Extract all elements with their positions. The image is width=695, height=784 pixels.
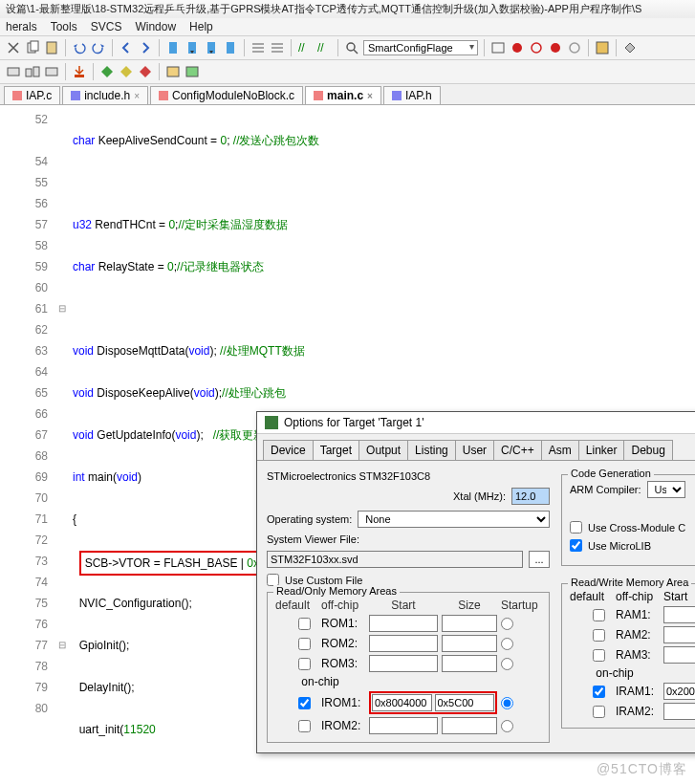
tab-include-h[interactable]: include.h× — [62, 86, 148, 104]
breakpoint-icon[interactable] — [510, 40, 525, 55]
rom1-startup[interactable] — [501, 618, 513, 630]
arm-compiler-select[interactable]: Use — [647, 481, 685, 498]
tab-listing[interactable]: Listing — [407, 440, 456, 460]
svg-rect-17 — [8, 68, 19, 76]
manage-icon[interactable] — [185, 64, 200, 79]
rom1-check[interactable] — [298, 618, 311, 630]
irom1-check[interactable] — [298, 697, 311, 709]
tab-config-c[interactable]: ConfigModuleNoBlock.c — [150, 86, 303, 104]
config-icon[interactable] — [622, 40, 638, 55]
ram3-check[interactable] — [593, 649, 605, 662]
target-yellow-icon[interactable] — [119, 64, 134, 79]
find-icon[interactable] — [344, 40, 359, 55]
svg-rect-2 — [47, 42, 56, 54]
tab-close-icon[interactable]: × — [367, 91, 373, 101]
rebuild-icon[interactable] — [44, 64, 59, 79]
cross-module-check[interactable] — [570, 521, 582, 534]
ram2-start[interactable] — [663, 626, 695, 643]
irom2-start[interactable] — [369, 717, 438, 734]
rom2-startup[interactable] — [501, 638, 513, 650]
svg-rect-22 — [167, 67, 179, 76]
indent-icon[interactable] — [250, 40, 266, 55]
svf-browse-button[interactable]: ... — [529, 551, 550, 568]
find-combo[interactable]: SmartConfigFlage — [363, 40, 478, 55]
load-icon[interactable] — [72, 64, 87, 79]
tab-iap-h[interactable]: IAP.h — [383, 86, 441, 104]
undo-icon[interactable] — [72, 40, 87, 55]
microlib-check[interactable] — [570, 539, 582, 552]
line-numbers: 5254555657585960616263646566676869707172… — [0, 105, 55, 784]
svg-rect-27 — [314, 91, 323, 100]
rom1-size[interactable] — [442, 615, 497, 632]
window-icon[interactable] — [595, 40, 610, 55]
bookmark-next-icon[interactable] — [204, 40, 219, 55]
rom2-check[interactable] — [298, 638, 311, 650]
target-green-icon[interactable] — [99, 64, 115, 79]
xtal-input[interactable] — [511, 488, 550, 505]
iram1-check[interactable] — [593, 686, 605, 698]
redo-icon[interactable] — [91, 40, 106, 55]
irom1-start[interactable] — [372, 694, 432, 711]
menu-svcs[interactable]: SVCS — [91, 20, 122, 33]
build-all-icon[interactable] — [25, 64, 40, 79]
irom1-startup[interactable] — [501, 697, 513, 709]
build-icon[interactable] — [6, 64, 21, 79]
svg-rect-26 — [159, 91, 168, 100]
irom1-size[interactable] — [435, 694, 495, 711]
os-select[interactable]: None — [358, 511, 550, 528]
tab-debug[interactable]: Debug — [623, 440, 672, 460]
rom3-size[interactable] — [442, 655, 497, 672]
menu-help[interactable]: Help — [189, 20, 213, 33]
tab-label: main.c — [327, 89, 363, 102]
menu-tools[interactable]: Tools — [51, 20, 77, 33]
cut-icon[interactable] — [6, 40, 21, 55]
menu-peripherals[interactable]: herals — [6, 20, 37, 33]
tab-user[interactable]: User — [455, 440, 494, 460]
tab-iap-c[interactable]: IAP.c — [4, 86, 60, 104]
bookmark-icon[interactable] — [165, 40, 181, 55]
tab-device[interactable]: Device — [263, 440, 314, 460]
tab-target[interactable]: Target — [313, 440, 359, 460]
paste-icon[interactable] — [44, 40, 59, 55]
uncomment-icon[interactable]: // — [316, 40, 332, 55]
ram3-start[interactable] — [663, 646, 695, 664]
rom2-start[interactable] — [369, 635, 438, 652]
target-red-icon[interactable] — [138, 64, 153, 79]
debug-icon[interactable] — [490, 40, 506, 55]
tab-main-c[interactable]: main.c× — [305, 86, 381, 104]
tab-linker[interactable]: Linker — [578, 440, 625, 460]
iram2-start[interactable] — [663, 703, 695, 720]
irom2-startup[interactable] — [501, 720, 513, 732]
bookmark-clear-icon[interactable] — [223, 40, 238, 55]
ram2-check[interactable] — [593, 629, 605, 642]
tab-cpp[interactable]: C/C++ — [493, 440, 542, 460]
tab-asm[interactable]: Asm — [541, 440, 579, 460]
tab-close-icon[interactable]: × — [134, 91, 140, 101]
ram1-check[interactable] — [593, 609, 605, 621]
dialog-title-bar[interactable]: Options for Target 'Target 1' — [257, 412, 695, 434]
breakpoint2-icon[interactable] — [529, 40, 544, 55]
iram2-check[interactable] — [593, 706, 605, 718]
breakpoint3-icon[interactable] — [548, 40, 563, 55]
bookmark-prev-icon[interactable] — [185, 40, 200, 55]
comment-icon[interactable]: // — [297, 40, 313, 55]
copy-icon[interactable] — [25, 40, 40, 55]
menu-window[interactable]: Window — [135, 20, 176, 33]
rom1-start[interactable] — [369, 615, 438, 632]
irom2-check[interactable] — [298, 720, 311, 732]
ram1-start[interactable] — [663, 606, 695, 623]
irom2-size[interactable] — [442, 717, 497, 734]
separator — [291, 39, 292, 56]
rom3-check[interactable] — [298, 658, 311, 670]
outdent-icon[interactable] — [270, 40, 285, 55]
rom3-startup[interactable] — [501, 658, 513, 670]
tab-output[interactable]: Output — [358, 440, 408, 460]
nav-fwd-icon[interactable] — [138, 40, 153, 55]
rom2-size[interactable] — [442, 635, 497, 652]
options-icon[interactable] — [165, 64, 181, 79]
nav-back-icon[interactable] — [119, 40, 134, 55]
ro-legend: Read/Only Memory Areas — [273, 585, 400, 597]
breakpoint4-icon[interactable] — [567, 40, 582, 55]
iram1-start[interactable] — [663, 683, 695, 700]
rom3-start[interactable] — [369, 655, 438, 672]
